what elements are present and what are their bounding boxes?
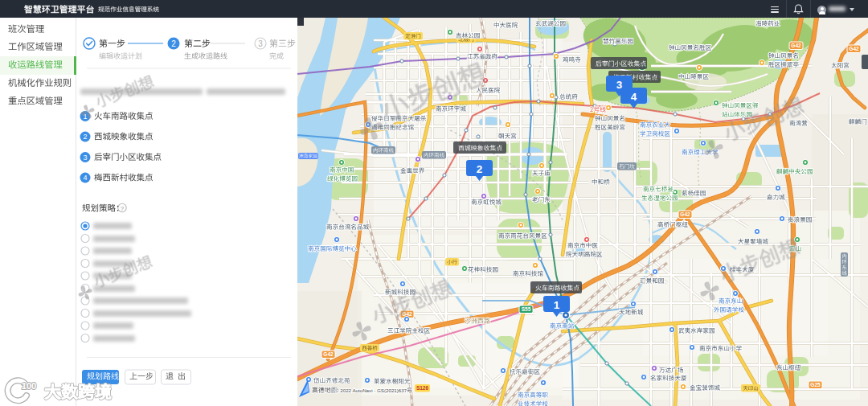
svg-text:?: ? <box>121 205 125 212</box>
svg-text:G42: G42 <box>323 351 334 357</box>
svg-text:G42: G42 <box>680 211 690 217</box>
svg-text:3: 3 <box>83 154 87 162</box>
svg-text:2: 2 <box>171 39 176 48</box>
svg-text:4: 4 <box>83 174 87 182</box>
svg-text:2: 2 <box>83 133 87 141</box>
svg-text:S55: S55 <box>522 306 531 312</box>
svg-text:S126: S126 <box>416 385 429 391</box>
svg-text:G42: G42 <box>791 43 801 48</box>
svg-text:G25: G25 <box>810 382 821 388</box>
svg-text:3: 3 <box>258 39 263 48</box>
svg-text:G42: G42 <box>849 46 859 51</box>
svg-text:1: 1 <box>83 113 87 121</box>
